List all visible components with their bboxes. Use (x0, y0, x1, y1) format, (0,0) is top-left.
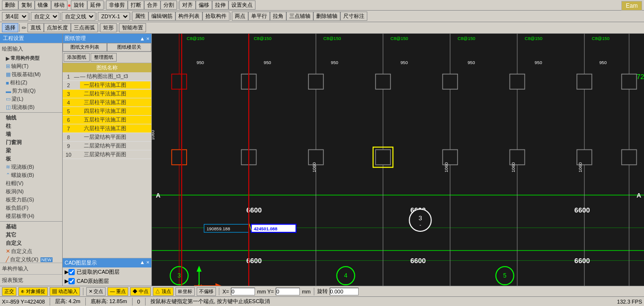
svg-text:1060: 1060 (312, 162, 317, 173)
drawing-row[interactable]: 10 三层梁结构平面图 (63, 150, 151, 159)
drawing-row[interactable]: 5 四层柱平法施工图 (63, 107, 151, 116)
split-button[interactable]: 分割 (161, 0, 177, 10)
sidebar-group-other[interactable]: 其它 (0, 231, 62, 239)
tab-drawing-list[interactable]: 图纸文件列表 (63, 43, 107, 52)
extend-button[interactable]: 延伸 (87, 0, 104, 10)
smart-layout-button[interactable]: 智能布置 (119, 23, 146, 32)
code-selector[interactable]: ZDYX-1 (98, 12, 130, 21)
rectangle-button[interactable]: 矩形 (100, 23, 117, 32)
cad-layer-extracted[interactable]: ▶ 已提取的CAD图层 (63, 267, 151, 277)
snap-nooffset-button[interactable]: 不偏移 (197, 287, 216, 296)
merge-button[interactable]: 合并 (144, 0, 161, 10)
snap-vertex-button[interactable]: △ 顶点 (153, 287, 174, 296)
sidebar-item-shearwall[interactable]: ▬ 剪力墙(Q) (0, 87, 62, 95)
snap-orthogonal-button[interactable]: 正交 (2, 287, 16, 296)
sidebar-item-axis[interactable]: ⊞ 轴网(T) (0, 62, 62, 70)
sidebar-item-castslab[interactable]: ≋ 现浇板(B) (0, 163, 62, 171)
sidebar-group-beam[interactable]: 梁 (0, 146, 62, 155)
break-button[interactable]: 打断 (128, 0, 144, 10)
floor-selector[interactable]: 第4层 (2, 12, 28, 21)
snap-midpoint-button[interactable]: — 重点 (107, 287, 128, 296)
three-point-axis-button[interactable]: 三点辅轴 (286, 12, 313, 21)
sidebar-item-negrebar[interactable]: 板负筋(F) (0, 204, 62, 212)
canvas-area[interactable]: C8@150 C8@150 C8@150 C8@150 C8@150 C8@15… (152, 34, 644, 286)
line-selector[interactable]: 自定义线 (62, 12, 95, 21)
single-parallel-button[interactable]: 单平行 (248, 12, 270, 21)
drawing-row[interactable]: 9 二层梁结构平面图 (63, 142, 151, 150)
copy-button[interactable]: 复制 (18, 0, 35, 10)
sidebar-item-capcolumn[interactable]: 柱帽(V) (0, 179, 62, 187)
line-button[interactable]: 直线 (27, 23, 44, 32)
sidebar-item-raft[interactable]: ▦ 筏板基础(M) (0, 70, 62, 79)
sidebar-group-foundation[interactable]: 基础 (0, 223, 62, 231)
tab-drawing-floor[interactable]: 图纸楼层关 (107, 43, 151, 52)
move-button[interactable]: 移动 (51, 0, 67, 10)
offset-button[interactable]: 偏移 (196, 0, 212, 10)
y-coord-input[interactable] (276, 288, 300, 295)
pull-angle-button[interactable]: 拉角 (270, 12, 286, 21)
drawing-row[interactable]: 8 一层梁结构平面图 (63, 133, 151, 142)
sidebar-group-custom[interactable]: 自定义 (0, 239, 62, 247)
sidebar-item-floorband[interactable]: 楼层板带(H) (0, 212, 62, 220)
pick-component-button[interactable]: 拾取构件 (202, 12, 229, 21)
svg-text:950: 950 (468, 60, 475, 65)
sidebar-item-slabhole[interactable]: 板洞(N) (0, 187, 62, 196)
svg-text:C8@150: C8@150 (187, 36, 204, 40)
delete-button[interactable]: 删除 (2, 0, 18, 10)
type-selector[interactable]: 自定义 (31, 12, 59, 21)
status-sep4 (145, 298, 146, 306)
sidebar-item-spiralslab[interactable]: ⌃ 螺旋板(B) (0, 171, 62, 179)
svg-text:950: 950 (197, 60, 204, 65)
no-trim-button[interactable]: 非修剪 (106, 0, 128, 10)
sidebar-item-column[interactable]: ■ 框柱(Z) (0, 79, 62, 87)
property-button[interactable]: 属性 (132, 12, 148, 21)
snap-center-button[interactable]: ◆ 中点 (130, 287, 151, 296)
drawing-row[interactable]: 7 六层柱平法施工图 (63, 124, 151, 133)
align-button[interactable]: 对齐 (179, 0, 196, 10)
common-components-label[interactable]: ▶ 常用构件类型 (0, 54, 62, 62)
sidebar-item-custom-point[interactable]: ✕ 自定义点 (0, 247, 62, 255)
drawing-row[interactable]: 1 — — 结构图出图_t3_t3 (63, 72, 151, 81)
report-view-label[interactable]: 报表预览 (0, 274, 62, 286)
mirror-button[interactable]: 镜像 (35, 0, 51, 10)
svg-text:1060: 1060 (511, 162, 516, 173)
layer-original-checkbox[interactable] (68, 278, 75, 284)
stretch-button[interactable]: 拉伸 (212, 0, 228, 10)
draw-input-label[interactable]: 绘图输入 (0, 43, 62, 54)
snap-coord-button[interactable]: ⊞ 坐标 (175, 287, 195, 296)
organize-drawing-button[interactable]: 整理图纸 (91, 53, 117, 62)
drawing-row[interactable]: 2 一层柱平法施工图 (63, 81, 151, 90)
point-length-button[interactable]: 点加长度 (44, 23, 71, 32)
x-coord-input[interactable] (231, 288, 255, 295)
sidebar-group-slab[interactable]: 板 (0, 155, 62, 163)
select-mode-button[interactable]: 选择 (2, 23, 18, 32)
set-grip-button[interactable]: 设置夹点 (228, 0, 255, 10)
sidebar-item-beam[interactable]: ▭ 梁(L) (0, 95, 62, 103)
snap-cross-button[interactable]: ✕ 交点 (86, 287, 106, 296)
edit-rebar-button[interactable]: 编辑钢筋 (148, 12, 175, 21)
layer-extracted-checkbox[interactable] (68, 269, 75, 275)
drawing-row[interactable]: 6 五层柱平法施工图 (63, 116, 151, 124)
three-point-arc-button[interactable]: 三点画弧 (71, 23, 98, 32)
two-point-button[interactable]: 两点 (232, 12, 248, 21)
sidebar-group-wall[interactable]: 墙 (0, 130, 62, 138)
sidebar-group-opening[interactable]: 门窗洞 (0, 138, 62, 146)
dimension-button[interactable]: 尺寸标注 (340, 12, 367, 21)
sidebar-item-slab[interactable]: ◫ 现浇板(B) (0, 103, 62, 111)
sidebar-item-slabrebar[interactable]: 板受力筋(S) (0, 196, 62, 204)
snap-object-button[interactable]: ⊕ 对象捕捉 (18, 287, 48, 296)
eng-settings-label[interactable]: 工程设置 (0, 34, 62, 43)
single-input-label[interactable]: 单构件输入 (0, 263, 62, 274)
sidebar-group-axis[interactable]: 轴线 (0, 114, 62, 122)
snap-dynamic-button[interactable]: ▦ 动态输入 (50, 287, 80, 296)
drawing-row[interactable]: 4 三层柱平法施工图 (63, 98, 151, 107)
rotate-input[interactable] (330, 288, 359, 295)
delete-axis-button[interactable]: 删除辅轴 (313, 12, 340, 21)
sidebar-group-column[interactable]: 柱 (0, 122, 62, 130)
drawing-row-selected[interactable]: 3 二层柱平法施工图 (63, 90, 151, 98)
component-list-button[interactable]: 构件列表 (175, 12, 202, 21)
cad-layer-original[interactable]: ▶ CAD原始图层 (63, 277, 151, 286)
add-drawing-button[interactable]: 添加图纸 (64, 53, 90, 62)
rotate-button[interactable]: 旋转 (71, 0, 87, 10)
sidebar-item-custom-line[interactable]: ╱ 自定义线(X) NEW (0, 255, 62, 263)
